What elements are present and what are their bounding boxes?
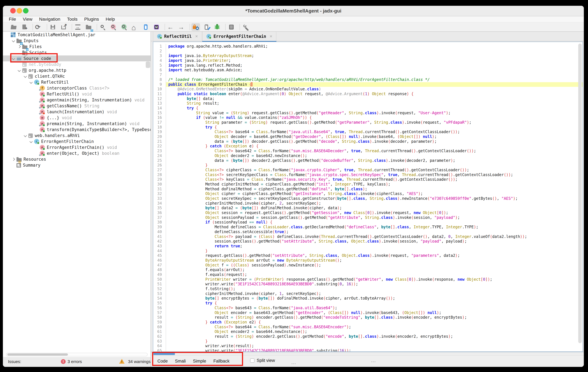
code-line[interactable]: 46 ByteArrayOutputStream arrOut = new By…: [153, 258, 583, 263]
add-files-button[interactable]: +: [20, 23, 29, 31]
tree-item-getclassname-[interactable]: mgetClassName() String: [3, 103, 150, 109]
menu-item-tools[interactable]: Tools: [67, 17, 77, 22]
tree-item--[interactable]: m{...} void: [3, 115, 150, 121]
tree-horizontal-scrollbar[interactable]: [6, 353, 148, 356]
tree-item-premain-string-instrumentation-[interactable]: mpremain(String, Instrumentation) void: [3, 121, 150, 127]
code-line[interactable]: 2: [153, 49, 583, 54]
tree-item-enter-object-object-[interactable]: menter(Object, Object) boolean: [3, 150, 150, 156]
deobfuscation-button[interactable]: [191, 23, 200, 31]
code-line[interactable]: 4import java.io.PrintWriter;: [153, 58, 583, 63]
tree-item-client-qtkhc[interactable]: client.QTkHc: [3, 73, 150, 79]
code-line[interactable]: 15 String value = (String) request.getCl…: [153, 111, 583, 116]
editor-vertical-scrollbar-thumb[interactable]: [578, 43, 582, 343]
tree-item-erroragentfilterchain[interactable]: cErrorAgentFilterChain: [3, 138, 150, 144]
code-line[interactable]: 54 byte[] encryptBytes = (byte[]) doFina…: [153, 296, 583, 301]
code-line[interactable]: 45 request.getClass().getMethod("setAttr…: [153, 253, 583, 258]
code-line[interactable]: 55 try {: [153, 301, 583, 306]
resize-grip-icon[interactable]: •••: [371, 360, 376, 364]
tree-item-tomcatgodzillamemshellagent-jar[interactable]: TomcatGodzillaMemShellAgent.jar: [3, 32, 150, 38]
resize-grip-icon[interactable]: •••: [292, 362, 296, 366]
tree-item-files[interactable]: Files: [3, 43, 150, 50]
code-line[interactable]: 11 public static boolean enter(@Advice.A…: [153, 92, 583, 96]
tree-item-reflectutil[interactable]: cReflectUtil: [3, 79, 150, 85]
code-scroll-pane[interactable]: 1package org.apache.http.web.handlers.aR…: [153, 42, 583, 352]
tree-item-erroragentfilterchain-[interactable]: mErrorAgentFilterChain() void: [3, 144, 150, 150]
expand-frames-button[interactable]: ↔: [74, 23, 82, 31]
code-line[interactable]: 38 if (sessionPayload == null) {: [153, 220, 583, 225]
code-area[interactable]: 1package org.apache.http.web.handlers.aR…: [153, 44, 583, 352]
tree-item-inputs[interactable]: Inputs: [3, 38, 150, 43]
code-line[interactable]: 64 writer.write(result);: [153, 344, 583, 349]
tab-reflectutil[interactable]: cReflectUtil×: [153, 32, 202, 41]
code-line[interactable]: 42 session.getClass().getMethod("setAttr…: [153, 239, 583, 244]
code-line[interactable]: 12 byte[] data;: [153, 96, 583, 101]
code-line[interactable]: 36 Object session = request.getClass().g…: [153, 211, 583, 215]
code-line[interactable]: 60 Class<?> base644 = Class.forName("sun…: [153, 325, 583, 329]
tab-erroragentfilterchain[interactable]: cErrorAgentFilterChain×: [202, 32, 276, 41]
device-button[interactable]: [141, 23, 150, 31]
code-line[interactable]: 29 Class<?> keyClass = Class.forName("ja…: [153, 177, 583, 182]
code-line[interactable]: 23 Class<?> base642 = Class.forName("sun…: [153, 149, 583, 153]
code-line[interactable]: 47 Object f = ((Class) sessionPayload).n…: [153, 263, 583, 268]
code-line[interactable]: 65 writer.write("3E1F1542C17648893218E86…: [153, 349, 583, 352]
tree-item-reflectutil-[interactable]: mReflectUtil() void: [3, 91, 150, 97]
code-line[interactable]: 30 Method cipherInitMethod = cipherClass…: [153, 182, 583, 187]
code-line[interactable]: 57 Object encoder = base643.getMethod("g…: [153, 310, 583, 315]
code-line[interactable]: 9public class ErrorAgentFilterChain {: [153, 82, 583, 87]
code-line[interactable]: 6import net.bytebuddy.asm.Advice;: [153, 68, 583, 73]
reload-button[interactable]: ⟳: [34, 23, 43, 31]
tree-item-interceptorclass[interactable]: finterceptorClass Class<?>: [3, 85, 150, 91]
code-line[interactable]: 18 try {: [153, 125, 583, 130]
code-line[interactable]: 27 Class<?> cipherClass = Class.forName(…: [153, 168, 583, 172]
main-class-button[interactable]: M: [152, 23, 161, 31]
menu-item-navigation[interactable]: Navigation: [39, 17, 60, 22]
code-line[interactable]: 53 cipherInitMethod.invoke(cipher, 1, se…: [153, 291, 583, 296]
code-line[interactable]: 21 data = (byte[]) decoder.getClass().ge…: [153, 139, 583, 144]
code-line[interactable]: 31 Method doFinalMethod = cipherClass.ge…: [153, 187, 583, 191]
code-line[interactable]: 3import java.io.ByteArrayOutputStream;: [153, 53, 583, 58]
code-line[interactable]: 62 result = (String) encoder2.getClass()…: [153, 334, 583, 339]
text-search-button[interactable]: [98, 23, 107, 31]
tree-item-agentmain-string-instrumentation-[interactable]: magentmain(String, Instrumentation) void: [3, 97, 150, 103]
code-line[interactable]: 20 Object decoder = base64.getMethod("ge…: [153, 134, 583, 139]
warning-count[interactable]: 34 warnings: [128, 359, 150, 364]
class-search-button[interactable]: [109, 23, 118, 31]
tree-hscroll-thumb[interactable]: [7, 353, 68, 356]
preferences-button[interactable]: [241, 23, 250, 31]
code-line[interactable]: 49 f.equals(request);: [153, 272, 583, 277]
menu-item-plugins[interactable]: Plugins: [84, 17, 99, 22]
code-line[interactable]: 63 }: [153, 339, 583, 344]
code-line[interactable]: 58 result = (String) encoder.getClass().…: [153, 315, 583, 320]
code-line[interactable]: 39 Method defineClass = ClassLoader.clas…: [153, 225, 583, 230]
code-line[interactable]: 41 Class<?> payload = (Class) defineClas…: [153, 234, 583, 239]
menu-item-help[interactable]: Help: [106, 17, 115, 22]
menu-item-file[interactable]: File: [9, 17, 16, 22]
code-line[interactable]: 19 Class<?> base64 = Class.forName("java…: [153, 130, 583, 134]
comment-search-button[interactable]: [120, 23, 129, 31]
code-line[interactable]: 37 Object sessionPayload = session.getCl…: [153, 215, 583, 220]
tree-item-launch-instrumentation-[interactable]: mlaunch(Instrumentation) void: [3, 109, 150, 115]
code-line[interactable]: 24 Object decoder2 = base642.newInstance…: [153, 153, 583, 158]
save-all-button[interactable]: [49, 23, 57, 31]
code-line[interactable]: 5import java.lang.reflect.Method;: [153, 63, 583, 68]
code-line[interactable]: 26 }: [153, 163, 583, 168]
code-line[interactable]: 1package org.apache.http.web.handlers.aR…: [153, 44, 583, 49]
code-line[interactable]: 32 Object cipher = cipherClass.getMethod…: [153, 191, 583, 196]
code-line[interactable]: 10 @Advice.OnMethodEnter(skipOn = Advice…: [153, 87, 583, 92]
code-line[interactable]: 8/* loaded from: TomcatGodzillaMemShellA…: [153, 77, 583, 82]
split-view-control[interactable]: Split view: [250, 358, 275, 363]
close-tab-icon[interactable]: ×: [270, 34, 272, 39]
export-button[interactable]: ↗: [59, 23, 68, 31]
code-line[interactable]: 56 Class<?> base643 = Class.forName("jav…: [153, 306, 583, 310]
code-line[interactable]: 22 } catch (Exception e) {: [153, 144, 583, 149]
split-view-checkbox[interactable]: [250, 358, 254, 363]
log-viewer-button[interactable]: [227, 23, 236, 31]
code-line[interactable]: 50 PrintWriter writer = (PrintWriter) re…: [153, 277, 583, 282]
code-line[interactable]: 51 writer.write("3E1F1542C17648893218E86…: [153, 282, 583, 287]
code-line[interactable]: 25 data = (byte[]) decoder2.getClass().g…: [153, 158, 583, 163]
code-line[interactable]: 44 }: [153, 249, 583, 254]
code-line[interactable]: 61 Object encoder2 = base644.newInstance…: [153, 329, 583, 334]
code-line[interactable]: 35 byte[] data2 = (byte[]) doFinalMethod…: [153, 206, 583, 211]
forward-button[interactable]: →: [177, 23, 186, 31]
code-line[interactable]: 52 f.toString();: [153, 287, 583, 291]
